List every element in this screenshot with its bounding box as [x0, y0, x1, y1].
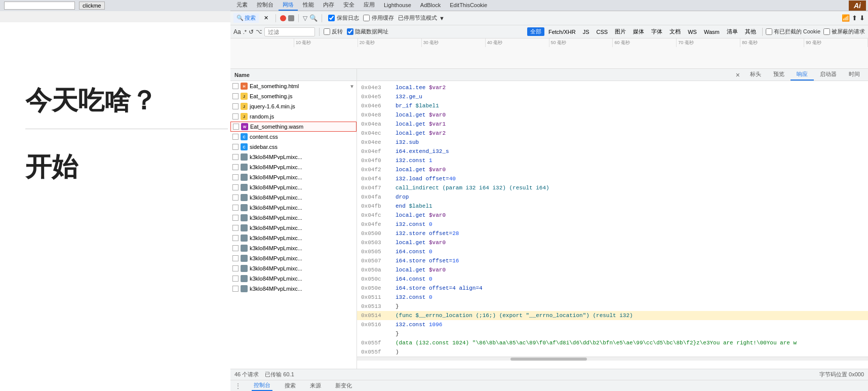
filter-wasm[interactable]: Wasm — [701, 28, 723, 35]
invert-checkbox[interactable] — [324, 28, 330, 35]
detail-tab-response[interactable]: 响应 — [791, 69, 814, 81]
file-checkbox-1[interactable] — [232, 93, 239, 99]
file-checkbox-4[interactable] — [233, 124, 239, 130]
file-item-generic-7[interactable]: k3klo84MPvpLmixc... — [230, 223, 357, 233]
file-checkbox-g3[interactable] — [232, 184, 239, 190]
detail-tab-preview[interactable]: 预览 — [767, 69, 791, 81]
file-checkbox-g1[interactable] — [232, 164, 239, 170]
hide-data-checkbox[interactable] — [347, 28, 353, 35]
bottom-tab-search[interactable]: 搜索 — [283, 381, 298, 390]
file-checkbox-5[interactable] — [232, 134, 239, 140]
file-checkbox-g12[interactable] — [232, 276, 239, 282]
file-item-jquery[interactable]: J jquery-1.6.4.min.js — [230, 101, 357, 111]
file-checkbox-6[interactable] — [232, 144, 239, 150]
invert-checkbox-group[interactable]: 反转 — [324, 28, 343, 35]
file-checkbox-g7[interactable] — [232, 225, 239, 231]
filter-manifest[interactable]: 清单 — [724, 27, 741, 36]
filter-font[interactable]: 字体 — [648, 27, 665, 36]
file-checkbox-g4[interactable] — [232, 194, 239, 201]
file-item-eat-html[interactable]: H Eat_something.html ▼ — [230, 81, 357, 91]
bottom-tab-console[interactable]: 控制台 — [252, 380, 272, 391]
clickme-button[interactable]: clickme — [79, 2, 105, 10]
file-checkbox-g10[interactable] — [232, 255, 239, 261]
file-item-generic-1[interactable]: k3klo84MPvpLmixc... — [230, 162, 357, 172]
file-item-generic-10[interactable]: k3klo84MPvpLmixc... — [230, 253, 357, 263]
file-checkbox-g6[interactable] — [232, 215, 239, 221]
file-checkbox-g8[interactable] — [232, 235, 239, 241]
file-checkbox-g2[interactable] — [232, 174, 239, 180]
stop-button[interactable] — [288, 15, 294, 21]
horizontal-scrollbar[interactable] — [357, 357, 868, 361]
devtools-tab-security[interactable]: 安全 — [339, 0, 359, 11]
record-button[interactable] — [280, 15, 286, 21]
search-magnifier-icon[interactable]: 🔍 — [309, 14, 318, 22]
filter-fetch-xhr[interactable]: Fetch/XHR — [545, 28, 579, 35]
preserve-log-checkbox-group[interactable]: 保留日志 — [328, 14, 359, 22]
blocked-request-checkbox[interactable] — [823, 28, 830, 35]
search-button[interactable]: 🔍 搜索 — [233, 13, 259, 23]
file-item-generic-13[interactable]: k3klo84MPvpLmixc... — [230, 284, 357, 294]
detail-tab-headers[interactable]: 标头 — [744, 69, 767, 81]
filter-other[interactable]: 其他 — [742, 27, 759, 36]
file-item-generic-2[interactable]: k3klo84MPvpLmixc... — [230, 172, 357, 182]
detail-close-button[interactable]: × — [732, 71, 744, 79]
filter-css[interactable]: CSS — [594, 28, 611, 35]
scrollbar-thumb[interactable] — [510, 358, 587, 361]
file-checkbox-3[interactable] — [232, 113, 239, 120]
file-item-sidebar-css[interactable]: C sidebar.css — [230, 142, 357, 152]
file-checkbox-g13[interactable] — [232, 286, 239, 292]
url-input[interactable] — [4, 2, 75, 10]
file-item-generic-3[interactable]: k3klo84MPvpLmixc... — [230, 182, 357, 192]
file-item-wasm[interactable]: W Eat_something.wasm — [230, 122, 357, 132]
file-checkbox-g11[interactable] — [232, 265, 239, 271]
disable-cache-checkbox[interactable] — [363, 15, 370, 21]
file-checkbox-g9[interactable] — [232, 245, 239, 251]
file-item-generic-0[interactable]: k3klo84MPvpLmixc... — [230, 152, 357, 162]
blocked-cookie-checkbox-group[interactable]: 有已拦截的 Cookie — [766, 28, 820, 35]
devtools-tab-application[interactable]: 应用 — [360, 0, 379, 11]
devtools-tab-elements[interactable]: 元素 — [232, 0, 252, 11]
code-area[interactable]: 0x04e3 local.tee $var2 0x04e5 i32.ge_u 0… — [357, 81, 868, 369]
file-checkbox-g5[interactable] — [232, 205, 239, 211]
file-checkbox-g0[interactable] — [232, 154, 239, 160]
preserve-log-checkbox[interactable] — [328, 15, 335, 21]
file-item-generic-9[interactable]: k3klo84MPvpLmixc... — [230, 243, 357, 253]
devtools-tab-adblock[interactable]: AdBlock — [416, 0, 445, 11]
hide-data-checkbox-group[interactable]: 隐藏数据网址 — [347, 28, 388, 35]
filter-media[interactable]: 媒体 — [630, 27, 647, 36]
refresh-icon[interactable]: ↺ — [249, 28, 254, 35]
detail-tab-initiator[interactable]: 启动器 — [814, 69, 843, 81]
filter-img[interactable]: 图片 — [612, 27, 629, 36]
file-item-random[interactable]: J random.js — [230, 111, 357, 122]
filter-input[interactable] — [264, 27, 315, 36]
close-search-button[interactable]: ✕ — [261, 14, 271, 22]
devtools-tab-console[interactable]: 控制台 — [253, 0, 278, 11]
filter-ws[interactable]: WS — [685, 28, 700, 35]
file-item-eat-js[interactable]: J Eat_something.js — [230, 91, 357, 101]
blocked-request-checkbox-group[interactable]: 被屏蔽的请求 — [823, 28, 865, 35]
download-icon[interactable]: ⬇ — [859, 14, 865, 22]
file-item-generic-6[interactable]: k3klo84MPvpLmixc... — [230, 213, 357, 223]
filter-doc[interactable]: 文档 — [666, 27, 684, 36]
devtools-tab-network[interactable]: 网络 — [279, 0, 298, 11]
streaming-dropdown-icon[interactable]: ▼ — [439, 15, 445, 21]
page-start-button[interactable]: 开始 — [25, 149, 78, 185]
file-item-generic-8[interactable]: k3klo84MPvpLmixc... — [230, 233, 357, 243]
disable-cache-checkbox-group[interactable]: 停用缓存 — [363, 14, 394, 22]
filter-all[interactable]: 全部 — [527, 27, 544, 36]
filter-js[interactable]: JS — [580, 28, 593, 35]
file-item-content-css[interactable]: C content.css — [230, 132, 357, 142]
bottom-tab-changes[interactable]: 新变化 — [333, 381, 354, 390]
upload-icon[interactable]: ⬆ — [852, 14, 857, 22]
detail-tab-time[interactable]: 时间 — [843, 69, 866, 81]
file-checkbox-0[interactable] — [232, 83, 239, 89]
devtools-tab-memory[interactable]: 内存 — [319, 0, 338, 11]
file-item-generic-4[interactable]: k3klo84MPvpLmixc... — [230, 192, 357, 203]
devtools-tab-editthiscookie[interactable]: EditThisCookie — [446, 0, 491, 11]
file-item-generic-12[interactable]: k3klo84MPvpLmixc... — [230, 273, 357, 284]
file-item-generic-11[interactable]: k3klo84MPvpLmixc... — [230, 263, 357, 273]
bottom-tab-sources[interactable]: 来源 — [308, 381, 323, 390]
blocked-cookie-checkbox[interactable] — [766, 28, 772, 35]
file-item-generic-5[interactable]: k3klo84MPvpLmixc... — [230, 203, 357, 213]
devtools-tab-lighthouse[interactable]: Lighthouse — [380, 0, 415, 11]
